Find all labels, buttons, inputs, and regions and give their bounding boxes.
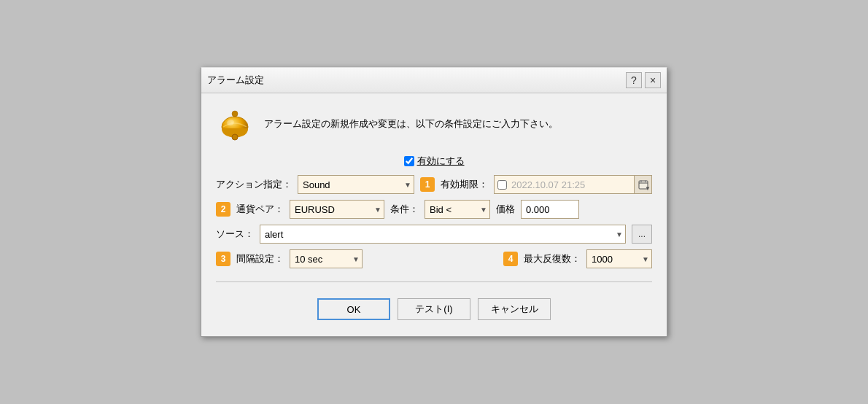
dialog-title: アラーム設定: [207, 74, 264, 87]
expiry-text: 2022.10.07 21:25: [510, 179, 634, 190]
svg-rect-7: [640, 180, 642, 182]
svg-point-3: [232, 134, 238, 140]
price-input[interactable]: 0.000: [521, 200, 579, 219]
title-bar-buttons: ? ×: [626, 72, 661, 88]
source-select[interactable]: alert: [260, 225, 626, 244]
expiry-label: 有効期限：: [441, 178, 488, 191]
form-grid: アクション指定： Sound Email Script ▼ 1 有効期限： 20…: [216, 175, 652, 268]
header-row: アラーム設定の新規作成や変更は、以下の条件設定にご入力下さい。: [216, 105, 652, 143]
dialog-body: アラーム設定の新規作成や変更は、以下の条件設定にご入力下さい。 有効にする アク…: [201, 93, 667, 336]
browse-button[interactable]: ...: [632, 225, 652, 244]
expiry-checkbox[interactable]: [497, 180, 507, 190]
badge-1: 1: [420, 177, 435, 192]
pair-condition-row: 2 通貨ペア： EURUSD USDJPY GBPUSD ▼ 条件： Bid <…: [216, 200, 652, 219]
pair-select-wrapper: EURUSD USDJPY GBPUSD ▼: [290, 200, 384, 219]
pair-select[interactable]: EURUSD USDJPY GBPUSD: [290, 200, 384, 219]
svg-rect-5: [639, 181, 648, 189]
condition-label: 条件：: [390, 203, 419, 216]
badge-3: 3: [216, 252, 230, 266]
interval-select[interactable]: 10 sec 30 sec 1 min 5 min: [290, 249, 363, 268]
help-button[interactable]: ?: [626, 72, 642, 88]
condition-select[interactable]: Bid < Bid > Ask < Ask >: [425, 200, 490, 219]
cancel-button[interactable]: キャンセル: [478, 298, 551, 320]
interval-label: 間隔設定：: [236, 252, 284, 265]
max-repeat-select-wrapper: 1000 500 100 Unlimited ▼: [586, 249, 652, 268]
action-select-wrapper: Sound Email Script ▼: [298, 175, 414, 194]
enable-checkbox-label[interactable]: 有効にする: [417, 155, 465, 168]
calendar-button[interactable]: [634, 176, 651, 193]
header-text: アラーム設定の新規作成や変更は、以下の条件設定にご入力下さい。: [264, 117, 558, 131]
button-row: OK テスト(I) キャンセル: [216, 292, 652, 327]
source-label: ソース：: [216, 228, 254, 241]
max-repeat-select[interactable]: 1000 500 100 Unlimited: [586, 249, 652, 268]
source-row: ソース： alert ▼ ...: [216, 225, 652, 244]
svg-rect-8: [645, 180, 646, 182]
divider: [216, 281, 652, 282]
pair-label: 通貨ペア：: [236, 203, 284, 216]
price-label: 価格: [496, 203, 515, 216]
source-select-wrapper: alert ▼: [260, 225, 626, 244]
action-select[interactable]: Sound Email Script: [298, 175, 414, 194]
action-label: アクション指定：: [216, 178, 292, 191]
badge-2: 2: [216, 202, 230, 217]
interval-maxrepeat-row: 3 間隔設定： 10 sec 30 sec 1 min 5 min ▼ 4 最大…: [216, 249, 652, 268]
bell-icon: [216, 105, 254, 143]
title-bar: アラーム設定 ? ×: [201, 68, 667, 93]
max-repeat-label: 最大反復数：: [524, 252, 581, 265]
enable-checkbox[interactable]: [404, 156, 414, 166]
test-button[interactable]: テスト(I): [398, 298, 470, 320]
enable-checkbox-row: 有効にする: [216, 155, 652, 168]
close-button[interactable]: ×: [645, 72, 661, 88]
alarm-settings-dialog: アラーム設定 ? ×: [201, 67, 667, 337]
ok-button[interactable]: OK: [317, 298, 390, 320]
svg-point-2: [232, 111, 238, 117]
condition-select-wrapper: Bid < Bid > Ask < Ask > ▼: [425, 200, 490, 219]
badge-4: 4: [503, 252, 518, 266]
interval-select-wrapper: 10 sec 30 sec 1 min 5 min ▼: [290, 249, 363, 268]
action-expiry-row: アクション指定： Sound Email Script ▼ 1 有効期限： 20…: [216, 175, 652, 194]
expiry-field: 2022.10.07 21:25: [494, 175, 652, 194]
